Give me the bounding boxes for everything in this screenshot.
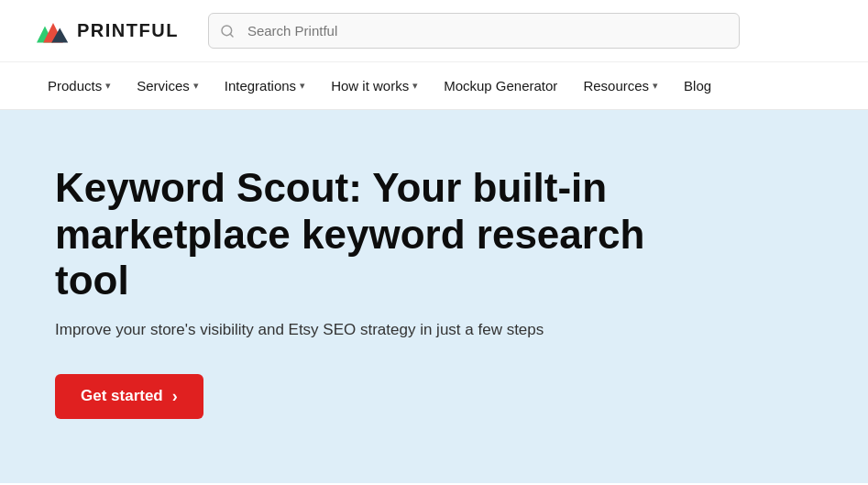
logo-text: PRINTFUL [77,20,179,41]
nav-item-label: Integrations [225,78,296,94]
nav-item-label: How it works [331,78,409,94]
nav-item-label: Resources [583,78,649,94]
hero-title: Keyword Scout: Your built-in marketplace… [55,165,678,304]
search-icon [220,24,235,39]
nav-item-label: Mockup Generator [444,78,557,94]
nav-item-how-it-works[interactable]: How it works▾ [320,72,429,99]
cta-arrow-icon: › [172,387,178,406]
chevron-down-icon: ▾ [193,80,199,92]
nav-item-services[interactable]: Services▾ [126,72,210,99]
get-started-button[interactable]: Get started › [55,374,203,419]
chevron-down-icon: ▾ [653,80,658,92]
search-bar [208,13,740,49]
chevron-down-icon: ▾ [105,80,111,92]
svg-line-4 [230,34,233,37]
logo-icon [37,17,70,45]
chevron-down-icon: ▾ [412,80,418,92]
nav-item-integrations[interactable]: Integrations▾ [214,72,316,99]
logo[interactable]: PRINTFUL [37,17,179,45]
hero-section: Keyword Scout: Your built-in marketplace… [0,110,868,483]
header: PRINTFUL [0,0,868,62]
search-input[interactable] [208,13,740,49]
main-nav: Products▾Services▾Integrations▾How it wo… [0,62,868,110]
nav-item-label: Products [48,78,102,94]
nav-item-mockup-generator[interactable]: Mockup Generator [433,72,568,99]
cta-label: Get started [81,387,163,405]
nav-item-blog[interactable]: Blog [673,72,722,99]
nav-item-products[interactable]: Products▾ [37,72,122,99]
hero-subtitle: Improve your store's visibility and Etsy… [55,321,568,339]
nav-item-resources[interactable]: Resources▾ [572,72,669,99]
nav-item-label: Services [137,78,190,94]
chevron-down-icon: ▾ [300,80,305,92]
nav-item-label: Blog [684,78,711,94]
